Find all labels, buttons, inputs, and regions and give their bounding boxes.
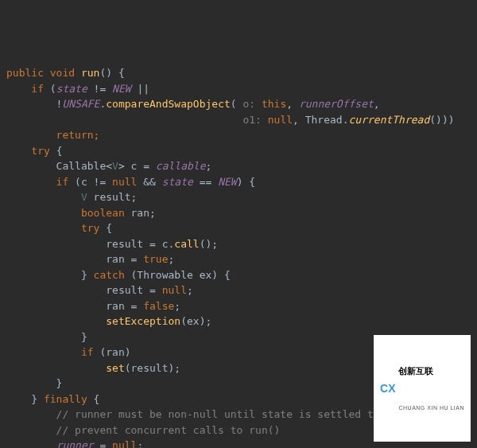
- code-token: try: [6, 145, 56, 157]
- code-token: try: [6, 222, 106, 234]
- code-token: (: [231, 98, 237, 110]
- code-token: return;: [6, 129, 99, 141]
- code-token: runnerOffset: [299, 98, 374, 110]
- code-token: catch: [94, 269, 131, 281]
- code-token: [6, 362, 106, 374]
- code-token: callable: [156, 160, 206, 172]
- code-token: }: [6, 393, 44, 405]
- code-token: !: [6, 98, 62, 110]
- code-token: ran =: [6, 300, 143, 312]
- code-token: run: [81, 67, 99, 79]
- code-comment: // prevent concurrent calls to run(): [6, 424, 280, 436]
- code-token: null: [112, 439, 137, 448]
- code-token: true: [143, 253, 168, 265]
- code-token: ;: [174, 300, 180, 312]
- code-token: if: [6, 346, 99, 358]
- code-token: (Throwable ex) {: [131, 269, 231, 281]
- code-token: [6, 191, 81, 203]
- code-token: set: [106, 362, 124, 374]
- code-token: o1:: [242, 114, 267, 126]
- code-token: this: [262, 98, 286, 110]
- code-token: (result);: [125, 362, 180, 374]
- code-token: ())): [429, 114, 454, 126]
- watermark-logo: CX 创新互联 CHUANG XIN HU LIAN: [374, 335, 471, 442]
- logo-icon: CX: [380, 380, 395, 397]
- code-token: !=: [87, 83, 112, 95]
- code-token: ==: [193, 176, 218, 188]
- code-token: > c =: [118, 160, 156, 172]
- code-token: setException: [106, 315, 180, 327]
- code-token: UNSAFE: [62, 98, 99, 110]
- code-token: result;: [87, 191, 138, 203]
- code-token: }: [6, 331, 87, 343]
- code-token: ||: [131, 83, 149, 95]
- code-token: () {: [99, 67, 124, 79]
- code-token: ) {: [237, 176, 255, 188]
- code-token: call: [174, 238, 199, 250]
- code-token: result =: [6, 284, 162, 296]
- code-token: null: [268, 114, 293, 126]
- code-token: state: [56, 83, 87, 95]
- code-token: null: [112, 176, 137, 188]
- code-token: =: [94, 439, 112, 448]
- code-token: , Thread.: [293, 114, 348, 126]
- code-token: NEW: [112, 83, 130, 95]
- code-token: o:: [237, 98, 262, 110]
- code-token: [6, 439, 56, 448]
- watermark-sub-text: CHUANG XIN HU LIAN: [398, 404, 464, 413]
- code-token: compareAndSwapObject: [106, 98, 231, 110]
- code-token: state: [162, 176, 193, 188]
- code-token: if: [6, 83, 50, 95]
- code-token: ran;: [131, 207, 156, 219]
- code-token: if: [6, 176, 75, 188]
- code-token: (ran): [99, 346, 130, 358]
- code-comment: // runner must be non-null until state i…: [6, 408, 380, 420]
- code-token: ran =: [6, 253, 143, 265]
- code-token: ,: [286, 98, 299, 110]
- code-token: currentThread: [349, 114, 430, 126]
- code-token: ;: [137, 439, 143, 448]
- code-token: Callable<: [6, 160, 112, 172]
- code-token: (: [50, 83, 56, 95]
- code-token: V: [112, 160, 118, 172]
- code-token: false: [143, 300, 174, 312]
- code-token: ;: [187, 284, 193, 296]
- code-token: ;: [205, 160, 211, 172]
- code-token: {: [106, 222, 112, 234]
- code-token: finally: [44, 393, 94, 405]
- code-token: }: [6, 377, 62, 389]
- code-token: V: [81, 191, 87, 203]
- code-token: }: [6, 269, 94, 281]
- code-token: [6, 114, 242, 126]
- code-token: ;: [169, 253, 175, 265]
- code-token: null: [162, 284, 187, 296]
- code-token: NEW: [218, 176, 236, 188]
- code-token: runner: [56, 439, 94, 448]
- code-token: ();: [200, 238, 218, 250]
- code-token: (ex);: [180, 315, 211, 327]
- code-token: boolean: [6, 207, 131, 219]
- code-token: {: [94, 393, 100, 405]
- code-token: &&: [137, 176, 161, 188]
- code-token: ,: [374, 98, 380, 110]
- code-token: (c !=: [75, 176, 112, 188]
- code-token: result = c.: [6, 238, 174, 250]
- watermark-main-text: 创新互联: [398, 364, 464, 378]
- code-token: {: [56, 145, 63, 157]
- code-token: [6, 315, 106, 327]
- code-token: public void: [6, 67, 81, 79]
